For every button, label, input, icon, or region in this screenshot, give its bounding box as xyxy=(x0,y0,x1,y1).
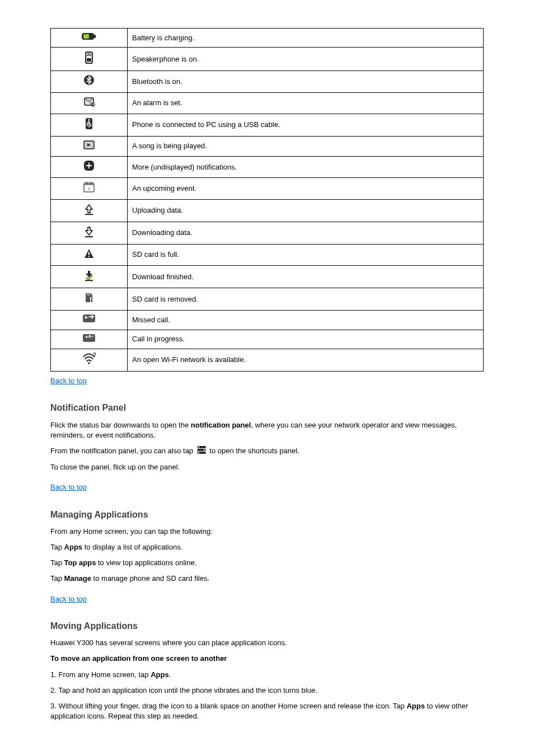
table-row: Missed call. xyxy=(51,311,484,330)
music-playing-icon xyxy=(83,140,95,150)
icon-cell xyxy=(51,157,128,178)
icon-cell xyxy=(51,136,128,156)
icon-description: Speakerphone is on. xyxy=(128,48,484,71)
notification-paragraph-2: From the notification panel, you can als… xyxy=(50,446,484,457)
icon-description: Call in progress. xyxy=(128,330,484,349)
svg-point-11 xyxy=(88,119,90,120)
svg-text:?: ? xyxy=(93,353,96,358)
status-icons-table: Battery is charging.Speakerphone is on.B… xyxy=(50,28,484,372)
icon-description: Uploading data. xyxy=(128,199,484,222)
sdcard-removed-icon xyxy=(83,292,95,304)
table-row: An alarm is set. xyxy=(51,92,484,114)
svg-rect-28 xyxy=(88,256,90,257)
svg-point-42 xyxy=(198,447,199,448)
icon-description: Phone is connected to PC using a USB cab… xyxy=(128,114,484,136)
svg-rect-22 xyxy=(86,182,87,184)
icon-cell xyxy=(51,29,128,48)
svg-point-43 xyxy=(203,449,205,451)
svg-rect-26 xyxy=(85,236,93,237)
table-row: 1An upcoming event. xyxy=(51,178,484,199)
usb-icon xyxy=(84,118,94,130)
notification-paragraph-1: Flick the status bar downwards to open t… xyxy=(50,420,484,440)
svg-rect-23 xyxy=(91,182,92,184)
icon-cell: ? xyxy=(51,349,128,371)
table-row: Uploading data. xyxy=(51,199,484,222)
table-row: SD card is full. xyxy=(51,244,484,265)
calendar-event-icon: 1 xyxy=(83,181,95,192)
icon-cell: 1 xyxy=(51,178,128,199)
call-in-progress-icon xyxy=(82,334,96,342)
icon-description: An open Wi-Fi network is available. xyxy=(128,349,484,371)
back-to-top-link[interactable]: Back to top xyxy=(50,594,87,604)
svg-rect-31 xyxy=(88,294,90,295)
icon-cell xyxy=(51,48,128,71)
open-wifi-icon: ? xyxy=(82,353,96,365)
icon-cell xyxy=(51,244,128,265)
icon-cell xyxy=(51,288,128,311)
speakerphone-icon xyxy=(83,51,95,64)
back-to-top-link[interactable]: Back to top xyxy=(50,376,87,386)
managing-apps-bullet-1: Tap Apps to display a list of applicatio… xyxy=(50,542,484,552)
icon-description: A song is being played. xyxy=(128,136,484,156)
svg-rect-36 xyxy=(83,334,95,342)
download-complete-icon xyxy=(83,269,95,281)
svg-rect-34 xyxy=(90,301,91,302)
icon-cell xyxy=(51,114,128,136)
more-notifications-icon xyxy=(83,160,95,171)
svg-rect-30 xyxy=(87,294,88,295)
moving-apps-subheading: To move an application from one screen t… xyxy=(50,654,484,664)
table-row: Battery is charging. xyxy=(51,29,484,48)
svg-rect-2 xyxy=(83,34,89,39)
table-row: More (undisplayed) notifications. xyxy=(51,157,484,178)
svg-rect-5 xyxy=(87,58,91,62)
svg-rect-1 xyxy=(94,35,96,38)
table-row: SD card is removed. xyxy=(51,288,484,311)
moving-apps-step-3: 3. Without lifting your finger, drag the… xyxy=(50,701,484,721)
upload-icon xyxy=(83,203,95,215)
icon-description: Bluetooth is on. xyxy=(128,71,484,92)
notification-paragraph-3: To close the panel, flick up on the pane… xyxy=(50,462,484,472)
svg-point-13 xyxy=(90,125,91,126)
back-to-top-link[interactable]: Back to top xyxy=(50,482,87,492)
svg-rect-35 xyxy=(83,314,95,322)
icon-cell xyxy=(51,266,128,288)
moving-apps-step-2: 2. Tap and hold an application icon unti… xyxy=(50,685,484,696)
icon-cell xyxy=(51,92,128,114)
icon-description: More (undisplayed) notifications. xyxy=(128,157,484,178)
svg-point-44 xyxy=(198,452,199,454)
download-icon xyxy=(83,226,95,238)
shortcuts-panel-icon xyxy=(197,446,206,457)
svg-rect-27 xyxy=(88,252,90,255)
svg-rect-29 xyxy=(85,280,93,281)
icon-description: SD card is full. xyxy=(128,244,484,265)
svg-text:1: 1 xyxy=(88,186,91,191)
bluetooth-icon xyxy=(83,74,95,86)
moving-apps-step-1: 1. From any Home screen, tap Apps. xyxy=(50,670,484,680)
svg-point-37 xyxy=(88,362,90,364)
icon-description: Downloading data. xyxy=(128,222,484,244)
icon-description: Download finished. xyxy=(128,266,484,288)
icon-cell xyxy=(51,71,128,92)
table-row: Download finished. xyxy=(51,266,484,288)
moving-applications-heading: Moving Applications xyxy=(50,620,484,632)
alarm-icon xyxy=(83,96,95,107)
icon-description: Battery is charging. xyxy=(128,29,484,48)
missed-call-icon xyxy=(82,314,96,323)
sdcard-full-icon xyxy=(83,248,95,259)
icon-description: SD card is removed. xyxy=(128,288,484,311)
managing-applications-heading: Managing Applications xyxy=(50,509,484,521)
icon-description: An upcoming event. xyxy=(128,178,484,199)
managing-apps-bullet-2: Tap Top apps to view top applications on… xyxy=(50,558,484,568)
icon-description: An alarm is set. xyxy=(128,92,484,114)
svg-rect-25 xyxy=(85,214,93,215)
table-row: Downloading data. xyxy=(51,222,484,244)
managing-apps-bullet-3: Tap Manage to manage phone and SD card f… xyxy=(50,574,484,584)
moving-apps-intro: Huawei Y300 has several screens where yo… xyxy=(50,638,484,648)
table-row: Call in progress. xyxy=(51,330,484,349)
managing-apps-intro: From any Home screen, you can tap the fo… xyxy=(50,527,484,537)
icon-cell xyxy=(51,199,128,222)
table-row: Bluetooth is on. xyxy=(51,71,484,92)
svg-rect-32 xyxy=(90,294,91,295)
svg-rect-19 xyxy=(86,165,92,166)
table-row: ?An open Wi-Fi network is available. xyxy=(51,349,484,371)
